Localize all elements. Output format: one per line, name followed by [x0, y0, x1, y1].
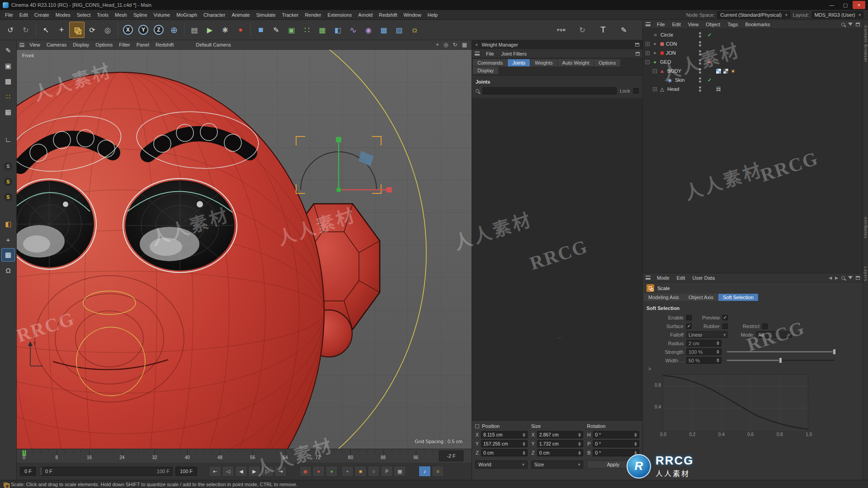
strength-slider[interactable] [727, 351, 835, 352]
keyframe-selection-button[interactable]: ● [326, 466, 338, 477]
position-y-field[interactable]: 157.255 cm [481, 440, 528, 447]
goto-end-button[interactable]: ⇥ [274, 466, 287, 477]
play-button[interactable]: ▶ [248, 466, 260, 477]
model-mode-button[interactable]: ▣ [1, 59, 15, 73]
viewport-menu-cameras[interactable]: Cameras [43, 42, 70, 47]
transform-mode-select[interactable]: Size▾ [531, 460, 584, 469]
visibility-dots[interactable] [699, 77, 701, 83]
attr-menu-edit[interactable]: Edit [673, 275, 689, 281]
rotate-tool-button[interactable]: ⟳ [85, 22, 100, 38]
frame-offset-field[interactable]: -2 F [439, 450, 463, 461]
falloff-curve-expander[interactable]: > [643, 365, 863, 371]
visibility-dots[interactable] [699, 41, 701, 47]
width-field[interactable]: 50 % [686, 357, 722, 364]
panel-menu-icon[interactable] [646, 22, 651, 26]
texture-mode-button[interactable]: ▩ [1, 75, 15, 88]
expander-icon[interactable]: − [653, 69, 657, 73]
soft-selection-section-header[interactable]: Soft Selection [643, 302, 863, 313]
snap-off-button[interactable]: S [1, 160, 15, 173]
history-back-icon[interactable]: ◀ [829, 276, 832, 280]
tab-commands[interactable]: Commands [473, 59, 507, 66]
visibility-dots[interactable] [699, 50, 701, 56]
timeline-ruler[interactable]: -2 F 081624324048566472808896 [17, 449, 472, 463]
side-tab-content-browser[interactable]: Content Browser [863, 25, 868, 62]
volume-mesher-button[interactable]: ▨ [392, 22, 407, 38]
record-parameter-button[interactable]: P [381, 466, 393, 477]
expander-icon[interactable]: + [653, 87, 657, 91]
position-x-field[interactable]: 8.115 cm [481, 431, 528, 438]
menu-character[interactable]: Character [200, 12, 228, 18]
edit-render-settings-button[interactable]: ✱ [217, 22, 233, 38]
menu-mograph[interactable]: MoGraph [173, 12, 200, 18]
live-selection-button[interactable]: ↖ [38, 22, 54, 38]
menu-file[interactable]: File [2, 12, 16, 18]
tab-modeling-axis[interactable]: Modeling Axis [644, 294, 684, 301]
menu-animate[interactable]: Animate [228, 12, 253, 18]
visibility-dots[interactable] [699, 68, 701, 74]
visibility-dots[interactable] [699, 86, 701, 92]
checker-blue-tag[interactable] [716, 68, 722, 74]
object-name[interactable]: BODY [667, 68, 681, 74]
node-space-select[interactable]: Current (Standard/Physical) ▾ [717, 11, 790, 19]
history-forward-icon[interactable]: ▶ [835, 276, 838, 280]
wm-menu-joint-filters[interactable]: Joint Filters [498, 51, 530, 56]
tree-item-skin[interactable]: ◉Skin✓ [643, 75, 863, 84]
weight-tag-tag[interactable] [716, 86, 722, 92]
tab-soft-selection[interactable]: Soft Selection [718, 294, 758, 301]
enable-checkbox[interactable] [686, 315, 692, 320]
scale-tool-button[interactable] [69, 22, 85, 38]
om-menu-bookmarks[interactable]: Bookmarks [741, 22, 774, 27]
position-z-field[interactable]: 0 cm [481, 449, 528, 456]
layout-select[interactable]: MDS_RIG3 (User) ▾ [812, 11, 863, 19]
zoom-view-icon[interactable]: ◎ [443, 42, 448, 48]
coordinate-system-button[interactable]: ⊕ [166, 22, 182, 38]
width-slider[interactable] [727, 360, 835, 361]
strength-field[interactable]: 100 % [686, 348, 722, 355]
viewport-menu-options[interactable]: Options [92, 42, 116, 47]
tab-weights[interactable]: Weights [530, 59, 557, 66]
splitter-handle[interactable]: ⋯ [557, 335, 563, 341]
spline-pen-button[interactable]: ✎ [269, 22, 284, 38]
restrict-checkbox[interactable] [762, 324, 768, 329]
z-axis-lock-button[interactable]: Z [151, 22, 166, 38]
menu-edit[interactable]: Edit [16, 12, 31, 18]
preview-range-slider[interactable]: 0 F 100 F [39, 467, 173, 476]
previous-key-button[interactable]: ◁ [222, 466, 234, 477]
x-axis-lock-button[interactable]: X [120, 22, 136, 38]
primitive-cube-button[interactable]: ■ [253, 22, 269, 38]
tree-item-jon[interactable]: ++JON [643, 48, 863, 57]
record-pla-button[interactable]: ▦ [394, 466, 406, 477]
viewport-canvas[interactable]: Front Grid Spacing : 0.5 cm Y [17, 50, 472, 449]
object-name[interactable]: Head [667, 86, 679, 92]
menu-render[interactable]: Render [302, 12, 324, 18]
menu-create[interactable]: Create [31, 12, 52, 18]
close-panel-icon[interactable]: × [475, 42, 478, 47]
lock-checkbox[interactable] [633, 88, 639, 94]
preview-checkbox[interactable] [722, 315, 728, 320]
viewport-menu-filter[interactable]: Filter [116, 42, 133, 47]
workplane-button[interactable]: ∟ [1, 132, 15, 146]
progress-spinner-icon[interactable]: ↻ [575, 22, 590, 38]
object-name[interactable]: Circle [660, 32, 673, 38]
volume-builder-button[interactable]: ▩ [376, 22, 392, 38]
dot-orange-tag[interactable] [730, 68, 736, 74]
menu-extensions[interactable]: Extensions [324, 12, 355, 18]
size-y-field[interactable]: 1.732 cm [537, 440, 584, 447]
menu-spline[interactable]: Spline [130, 12, 151, 18]
interactive-render-button[interactable]: ● [233, 22, 248, 38]
paint-tool-button[interactable]: ◧ [1, 217, 15, 231]
tree-item-circle[interactable]: ○Circle✓ [643, 30, 863, 39]
maximize-button[interactable]: ▢ [839, 1, 852, 9]
om-menu-tags[interactable]: Tags [724, 22, 741, 27]
redo-button[interactable]: ↻ [18, 22, 33, 38]
last-tool-button[interactable]: ◎ [100, 22, 115, 38]
side-tab-attributes[interactable]: Attributes [863, 217, 868, 239]
menu-volume[interactable]: Volume [151, 12, 174, 18]
tree-item-geo[interactable]: −●GEO× [643, 57, 863, 66]
text-tool-button[interactable]: T [595, 22, 611, 38]
record-keyframe-button[interactable]: ◉ [299, 466, 311, 477]
expander-icon[interactable]: − [646, 60, 650, 64]
viewport-menu-redshift[interactable]: Redshift [152, 42, 177, 47]
record-position-button[interactable]: + [341, 466, 354, 477]
expander-icon[interactable]: + [646, 51, 650, 55]
